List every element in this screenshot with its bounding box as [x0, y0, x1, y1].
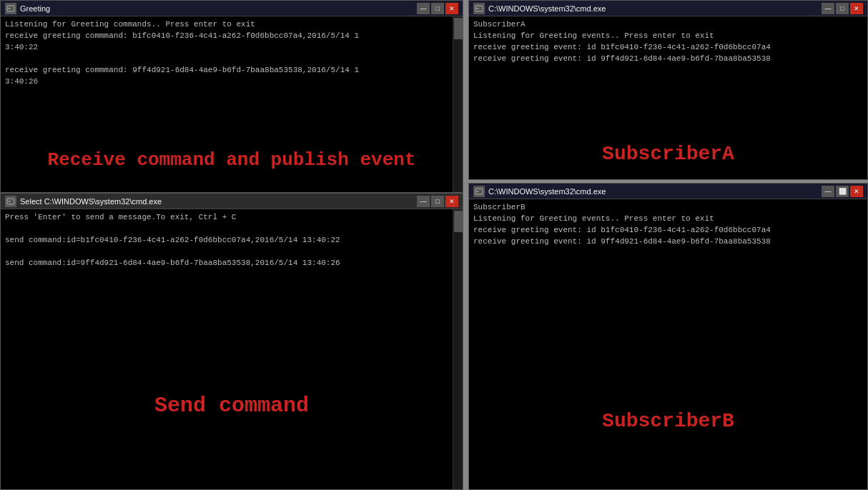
sub-b-console-body: SubscriberB Listening for Greeting event… [469, 199, 867, 489]
title-bar-sender: Select C:\WINDOWS\system32\cmd.exe — □ ✕ [1, 194, 463, 209]
greeting-scrollbar-thumb[interactable] [454, 18, 463, 39]
sub-b-restore-button[interactable]: ⬜ [836, 186, 849, 197]
title-bar-sub-b: C:\WINDOWS\system32\cmd.exe — ⬜ ✕ [469, 184, 867, 199]
sub-a-close-button[interactable]: ✕ [850, 3, 863, 14]
sender-close-button[interactable]: ✕ [445, 196, 458, 207]
title-bar-sub-a: C:\WINDOWS\system32\cmd.exe — □ ✕ [469, 1, 867, 16]
sender-console-body: Press 'Enter' to send a message.To exit,… [1, 209, 463, 489]
close-button[interactable]: ✕ [445, 3, 458, 14]
sender-label: Send command [154, 394, 309, 418]
sender-minimize-button[interactable]: — [417, 196, 430, 207]
subscriber-b-window[interactable]: C:\WINDOWS\system32\cmd.exe — ⬜ ✕ Subscr… [468, 183, 868, 490]
sub-b-label: SubscriberB [602, 410, 734, 432]
cmd-icon-sub-b [473, 186, 485, 197]
greeting-label: Receive command and publish event [48, 149, 416, 171]
sender-scrollbar[interactable] [453, 209, 463, 489]
sub-a-minimize-button[interactable]: — [822, 3, 834, 14]
cmd-icon-sub-a [473, 3, 485, 14]
sender-window-title: Select C:\WINDOWS\system32\cmd.exe [20, 197, 417, 206]
cmd-icon-sender [5, 196, 16, 207]
greeting-window-title: Greeting [20, 4, 417, 13]
title-bar-greeting: Greeting — □ ✕ [1, 1, 463, 16]
sub-b-window-controls[interactable]: — ⬜ ✕ [822, 186, 863, 197]
sender-window[interactable]: Select C:\WINDOWS\system32\cmd.exe — □ ✕… [0, 193, 463, 490]
cmd-icon [5, 3, 16, 14]
sub-a-label: SubscriberA [602, 143, 734, 165]
sender-window-controls[interactable]: — □ ✕ [417, 196, 458, 207]
sub-b-window-title: C:\WINDOWS\system32\cmd.exe [488, 187, 822, 196]
greeting-console-body: Listening for Greeting commands.. Press … [1, 16, 463, 192]
sub-b-minimize-button[interactable]: — [822, 186, 834, 197]
sub-b-close-button[interactable]: ✕ [850, 186, 863, 197]
greeting-scrollbar[interactable] [453, 16, 463, 192]
greeting-window-controls[interactable]: — □ ✕ [417, 3, 458, 14]
subscriber-a-window[interactable]: C:\WINDOWS\system32\cmd.exe — □ ✕ Subscr… [468, 0, 868, 180]
sender-console-text: Press 'Enter' to send a message.To exit,… [5, 212, 458, 269]
sub-a-maximize-button[interactable]: □ [836, 3, 849, 14]
sub-a-console-body: SubscriberA Listening for Greeting event… [469, 16, 867, 179]
maximize-button[interactable]: □ [431, 3, 444, 14]
sub-a-console-text: SubscriberA Listening for Greeting event… [473, 19, 863, 65]
greeting-console-text: Listening for Greeting commands.. Press … [5, 19, 458, 88]
sender-maximize-button[interactable]: □ [431, 196, 444, 207]
sub-a-window-controls[interactable]: — □ ✕ [822, 3, 863, 14]
minimize-button[interactable]: — [417, 3, 430, 14]
sub-a-window-title: C:\WINDOWS\system32\cmd.exe [488, 4, 822, 13]
greeting-window[interactable]: Greeting — □ ✕ Listening for Greeting co… [0, 0, 463, 193]
sub-b-console-text: SubscriberB Listening for Greeting event… [473, 202, 863, 248]
sender-scrollbar-thumb[interactable] [454, 211, 463, 232]
